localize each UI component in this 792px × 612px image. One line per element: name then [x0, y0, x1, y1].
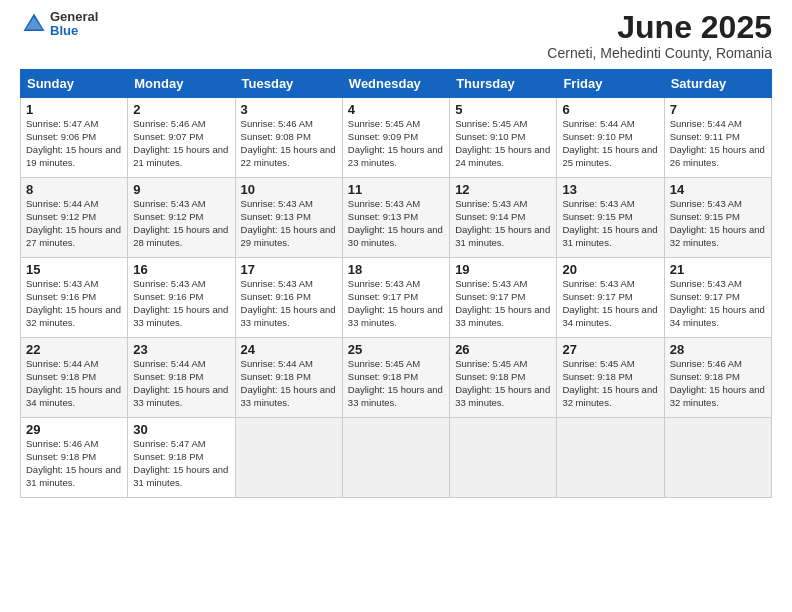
day-number: 27 [562, 342, 658, 357]
day-number: 30 [133, 422, 229, 437]
day-number: 26 [455, 342, 551, 357]
day-info: Sunrise: 5:47 AMSunset: 9:18 PMDaylight:… [133, 438, 228, 487]
day-number: 8 [26, 182, 122, 197]
day-cell-10: 10 Sunrise: 5:43 AMSunset: 9:13 PMDaylig… [235, 178, 342, 258]
day-info: Sunrise: 5:43 AMSunset: 9:16 PMDaylight:… [133, 278, 228, 327]
day-cell-12: 12 Sunrise: 5:43 AMSunset: 9:14 PMDaylig… [450, 178, 557, 258]
day-info: Sunrise: 5:43 AMSunset: 9:17 PMDaylight:… [562, 278, 657, 327]
day-info: Sunrise: 5:47 AMSunset: 9:06 PMDaylight:… [26, 118, 121, 167]
day-number: 4 [348, 102, 444, 117]
day-cell-25: 25 Sunrise: 5:45 AMSunset: 9:18 PMDaylig… [342, 338, 449, 418]
day-cell-21: 21 Sunrise: 5:43 AMSunset: 9:17 PMDaylig… [664, 258, 771, 338]
day-number: 16 [133, 262, 229, 277]
day-info: Sunrise: 5:43 AMSunset: 9:17 PMDaylight:… [670, 278, 765, 327]
week-row-5: 29 Sunrise: 5:46 AMSunset: 9:18 PMDaylig… [21, 418, 772, 498]
day-cell-24: 24 Sunrise: 5:44 AMSunset: 9:18 PMDaylig… [235, 338, 342, 418]
day-cell-14: 14 Sunrise: 5:43 AMSunset: 9:15 PMDaylig… [664, 178, 771, 258]
page-header: General Blue June 2025 Cerneti, Mehedint… [20, 10, 772, 61]
day-cell-13: 13 Sunrise: 5:43 AMSunset: 9:15 PMDaylig… [557, 178, 664, 258]
day-cell-8: 8 Sunrise: 5:44 AMSunset: 9:12 PMDayligh… [21, 178, 128, 258]
day-number: 14 [670, 182, 766, 197]
logo-text: General Blue [50, 10, 98, 39]
day-cell-11: 11 Sunrise: 5:43 AMSunset: 9:13 PMDaylig… [342, 178, 449, 258]
day-cell-1: 1 Sunrise: 5:47 AMSunset: 9:06 PMDayligh… [21, 98, 128, 178]
col-friday: Friday [557, 70, 664, 98]
logo-icon [20, 10, 48, 38]
day-info: Sunrise: 5:43 AMSunset: 9:13 PMDaylight:… [241, 198, 336, 247]
empty-cell [450, 418, 557, 498]
day-info: Sunrise: 5:44 AMSunset: 9:18 PMDaylight:… [26, 358, 121, 407]
day-info: Sunrise: 5:43 AMSunset: 9:12 PMDaylight:… [133, 198, 228, 247]
day-info: Sunrise: 5:45 AMSunset: 9:09 PMDaylight:… [348, 118, 443, 167]
day-number: 15 [26, 262, 122, 277]
day-number: 10 [241, 182, 337, 197]
week-row-2: 8 Sunrise: 5:44 AMSunset: 9:12 PMDayligh… [21, 178, 772, 258]
day-number: 7 [670, 102, 766, 117]
empty-cell [557, 418, 664, 498]
day-number: 29 [26, 422, 122, 437]
day-cell-30: 30 Sunrise: 5:47 AMSunset: 9:18 PMDaylig… [128, 418, 235, 498]
day-info: Sunrise: 5:45 AMSunset: 9:18 PMDaylight:… [455, 358, 550, 407]
day-info: Sunrise: 5:46 AMSunset: 9:18 PMDaylight:… [670, 358, 765, 407]
day-info: Sunrise: 5:45 AMSunset: 9:10 PMDaylight:… [455, 118, 550, 167]
week-row-4: 22 Sunrise: 5:44 AMSunset: 9:18 PMDaylig… [21, 338, 772, 418]
day-info: Sunrise: 5:44 AMSunset: 9:12 PMDaylight:… [26, 198, 121, 247]
logo-general: General [50, 10, 98, 24]
day-cell-20: 20 Sunrise: 5:43 AMSunset: 9:17 PMDaylig… [557, 258, 664, 338]
day-number: 13 [562, 182, 658, 197]
day-number: 12 [455, 182, 551, 197]
day-cell-17: 17 Sunrise: 5:43 AMSunset: 9:16 PMDaylig… [235, 258, 342, 338]
empty-cell [235, 418, 342, 498]
day-number: 11 [348, 182, 444, 197]
day-number: 1 [26, 102, 122, 117]
day-cell-27: 27 Sunrise: 5:45 AMSunset: 9:18 PMDaylig… [557, 338, 664, 418]
week-row-1: 1 Sunrise: 5:47 AMSunset: 9:06 PMDayligh… [21, 98, 772, 178]
day-cell-2: 2 Sunrise: 5:46 AMSunset: 9:07 PMDayligh… [128, 98, 235, 178]
day-number: 21 [670, 262, 766, 277]
day-info: Sunrise: 5:43 AMSunset: 9:15 PMDaylight:… [562, 198, 657, 247]
day-info: Sunrise: 5:44 AMSunset: 9:10 PMDaylight:… [562, 118, 657, 167]
col-saturday: Saturday [664, 70, 771, 98]
day-number: 25 [348, 342, 444, 357]
col-sunday: Sunday [21, 70, 128, 98]
empty-cell [664, 418, 771, 498]
day-info: Sunrise: 5:45 AMSunset: 9:18 PMDaylight:… [562, 358, 657, 407]
col-monday: Monday [128, 70, 235, 98]
col-tuesday: Tuesday [235, 70, 342, 98]
month-title: June 2025 [547, 10, 772, 45]
day-info: Sunrise: 5:46 AMSunset: 9:07 PMDaylight:… [133, 118, 228, 167]
day-info: Sunrise: 5:43 AMSunset: 9:16 PMDaylight:… [26, 278, 121, 327]
day-info: Sunrise: 5:43 AMSunset: 9:17 PMDaylight:… [348, 278, 443, 327]
day-info: Sunrise: 5:44 AMSunset: 9:11 PMDaylight:… [670, 118, 765, 167]
day-info: Sunrise: 5:46 AMSunset: 9:08 PMDaylight:… [241, 118, 336, 167]
day-number: 5 [455, 102, 551, 117]
day-cell-5: 5 Sunrise: 5:45 AMSunset: 9:10 PMDayligh… [450, 98, 557, 178]
day-number: 22 [26, 342, 122, 357]
day-info: Sunrise: 5:43 AMSunset: 9:17 PMDaylight:… [455, 278, 550, 327]
day-cell-29: 29 Sunrise: 5:46 AMSunset: 9:18 PMDaylig… [21, 418, 128, 498]
day-number: 18 [348, 262, 444, 277]
day-info: Sunrise: 5:46 AMSunset: 9:18 PMDaylight:… [26, 438, 121, 487]
day-number: 23 [133, 342, 229, 357]
day-cell-7: 7 Sunrise: 5:44 AMSunset: 9:11 PMDayligh… [664, 98, 771, 178]
day-info: Sunrise: 5:43 AMSunset: 9:13 PMDaylight:… [348, 198, 443, 247]
day-cell-4: 4 Sunrise: 5:45 AMSunset: 9:09 PMDayligh… [342, 98, 449, 178]
day-number: 28 [670, 342, 766, 357]
day-number: 19 [455, 262, 551, 277]
day-info: Sunrise: 5:45 AMSunset: 9:18 PMDaylight:… [348, 358, 443, 407]
day-number: 6 [562, 102, 658, 117]
day-number: 20 [562, 262, 658, 277]
day-cell-6: 6 Sunrise: 5:44 AMSunset: 9:10 PMDayligh… [557, 98, 664, 178]
day-info: Sunrise: 5:43 AMSunset: 9:15 PMDaylight:… [670, 198, 765, 247]
calendar-table: Sunday Monday Tuesday Wednesday Thursday… [20, 69, 772, 498]
logo: General Blue [20, 10, 98, 39]
empty-cell [342, 418, 449, 498]
day-info: Sunrise: 5:43 AMSunset: 9:16 PMDaylight:… [241, 278, 336, 327]
day-info: Sunrise: 5:43 AMSunset: 9:14 PMDaylight:… [455, 198, 550, 247]
day-number: 3 [241, 102, 337, 117]
day-cell-23: 23 Sunrise: 5:44 AMSunset: 9:18 PMDaylig… [128, 338, 235, 418]
day-cell-18: 18 Sunrise: 5:43 AMSunset: 9:17 PMDaylig… [342, 258, 449, 338]
day-number: 9 [133, 182, 229, 197]
day-info: Sunrise: 5:44 AMSunset: 9:18 PMDaylight:… [241, 358, 336, 407]
day-number: 2 [133, 102, 229, 117]
